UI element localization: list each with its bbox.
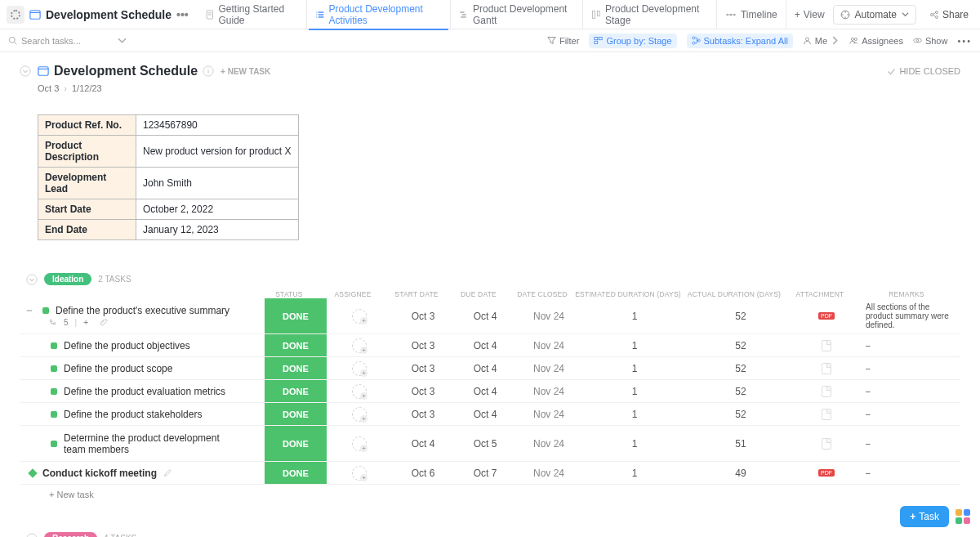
add-subtask[interactable]: + xyxy=(83,318,88,327)
start-date[interactable]: Oct 3 xyxy=(392,403,454,425)
start-date[interactable]: Oct 3 xyxy=(392,298,454,333)
stage-collapse-icon[interactable] xyxy=(26,533,38,538)
tab-getting-started-guide[interactable]: Getting Started Guide xyxy=(197,0,306,29)
toolbar-more[interactable]: ••• xyxy=(957,36,972,46)
status-badge[interactable]: DONE xyxy=(265,462,327,484)
actual-duration[interactable]: 52 xyxy=(688,334,794,356)
status-badge[interactable]: DONE xyxy=(265,403,327,425)
remarks[interactable]: All sections of the product summary were… xyxy=(859,298,960,333)
status-badge[interactable]: DONE xyxy=(265,426,327,461)
assignee-add[interactable] xyxy=(352,309,367,324)
estimated-duration[interactable]: 1 xyxy=(581,357,688,379)
add-view-button[interactable]: +View xyxy=(786,0,833,29)
status-badge[interactable]: DONE xyxy=(265,334,327,356)
search-tasks[interactable]: Search tasks... xyxy=(8,36,131,46)
fab-apps[interactable] xyxy=(956,509,970,524)
estimated-duration[interactable]: 1 xyxy=(581,403,688,425)
due-date[interactable]: Oct 4 xyxy=(454,380,516,402)
actual-duration[interactable]: 52 xyxy=(688,357,794,379)
actual-duration[interactable]: 52 xyxy=(688,298,794,333)
date-closed: Nov 24 xyxy=(516,334,581,356)
svg-rect-0 xyxy=(30,10,40,19)
start-date[interactable]: Oct 3 xyxy=(392,334,454,356)
collapse-icon[interactable] xyxy=(20,65,31,77)
estimated-duration[interactable]: 1 xyxy=(581,462,688,484)
task-row[interactable]: Define the product stakeholdersDONEOct 3… xyxy=(20,403,960,426)
task-row[interactable]: Define the product scopeDONEOct 3Oct 4No… xyxy=(20,357,960,380)
info-icon[interactable] xyxy=(203,65,214,77)
actual-duration[interactable]: 49 xyxy=(688,462,794,484)
assignee-add[interactable] xyxy=(352,407,367,422)
due-date[interactable]: Oct 4 xyxy=(454,403,516,425)
svg-rect-27 xyxy=(595,38,598,40)
tab-product-development-gantt[interactable]: Product Development Gantt xyxy=(450,0,582,29)
attachment-placeholder[interactable] xyxy=(822,438,831,450)
estimated-duration[interactable]: 1 xyxy=(581,334,688,356)
new-task-row[interactable]: + New task xyxy=(20,485,960,499)
assignee-add[interactable] xyxy=(352,384,367,399)
task-row[interactable]: Conduct kickoff meetingDONEOct 6Oct 7Nov… xyxy=(20,462,960,485)
assignee-add[interactable] xyxy=(352,436,367,451)
assignee-add[interactable] xyxy=(352,466,367,481)
actual-duration[interactable]: 52 xyxy=(688,380,794,402)
due-date[interactable]: Oct 4 xyxy=(454,357,516,379)
due-date[interactable]: Oct 4 xyxy=(454,334,516,356)
remarks[interactable]: – xyxy=(859,357,960,379)
remarks[interactable]: – xyxy=(859,426,960,461)
actual-duration[interactable]: 52 xyxy=(688,403,794,425)
attachment-icon[interactable] xyxy=(100,318,108,326)
stage-pill[interactable]: Ideation xyxy=(44,273,91,285)
new-task-inline[interactable]: + NEW TASK xyxy=(220,67,270,76)
start-date[interactable]: Oct 3 xyxy=(392,380,454,402)
stage-pill[interactable]: Research xyxy=(44,532,97,537)
attachment-placeholder[interactable] xyxy=(822,386,831,397)
attachment-placeholder[interactable] xyxy=(822,340,831,351)
milestone-icon xyxy=(28,468,37,477)
group-by-button[interactable]: Group by: Stage xyxy=(589,34,676,48)
subtasks-button[interactable]: Subtasks: Expand All xyxy=(687,34,793,48)
task-row[interactable]: Define the product evaluation metricsDON… xyxy=(20,380,960,403)
assignee-add[interactable] xyxy=(352,361,367,376)
tab-timeline[interactable]: Timeline xyxy=(716,0,786,29)
remarks[interactable]: – xyxy=(859,380,960,402)
estimated-duration[interactable]: 1 xyxy=(581,298,688,333)
me-button[interactable]: Me xyxy=(803,36,840,46)
assignees-button[interactable]: Assignees xyxy=(849,36,903,46)
attachment-placeholder[interactable] xyxy=(822,409,831,420)
edit-icon[interactable] xyxy=(163,468,172,477)
start-date[interactable]: Oct 4 xyxy=(392,426,454,461)
start-date[interactable]: Oct 3 xyxy=(392,357,454,379)
hide-closed-button[interactable]: HIDE CLOSED xyxy=(887,66,960,76)
task-row[interactable]: Determine the product development team m… xyxy=(20,426,960,462)
tab-product-development-stage[interactable]: Product Development Stage xyxy=(582,0,716,29)
svg-point-31 xyxy=(692,42,694,44)
status-badge[interactable]: DONE xyxy=(265,380,327,402)
status-badge[interactable]: DONE xyxy=(265,357,327,379)
start-date[interactable]: Oct 6 xyxy=(392,462,454,484)
assignee-add[interactable] xyxy=(352,338,367,353)
attachment-placeholder[interactable] xyxy=(822,363,831,374)
tab-product-development-activities[interactable]: Product Development Activities xyxy=(306,0,451,29)
show-button[interactable]: Show xyxy=(913,36,948,46)
fab-new-task[interactable]: +Task xyxy=(900,506,949,527)
remarks[interactable]: – xyxy=(859,462,960,484)
page-title-more[interactable]: ••• xyxy=(176,8,189,21)
status-badge[interactable]: DONE xyxy=(265,298,327,333)
collapse-subtasks-icon[interactable] xyxy=(26,307,33,314)
filter-button[interactable]: Filter xyxy=(547,36,579,46)
task-row[interactable]: Define the product objectivesDONEOct 3Oc… xyxy=(20,334,960,357)
share-button[interactable]: Share xyxy=(924,6,973,24)
estimated-duration[interactable]: 1 xyxy=(581,380,688,402)
remarks[interactable]: – xyxy=(859,334,960,356)
remarks[interactable]: – xyxy=(859,403,960,425)
stage-collapse-icon[interactable] xyxy=(26,274,38,285)
actual-duration[interactable]: 51 xyxy=(688,426,794,461)
due-date[interactable]: Oct 4 xyxy=(454,298,516,333)
pdf-badge[interactable]: PDF xyxy=(818,312,835,320)
task-row[interactable]: Define the product's executive summary5|… xyxy=(20,298,960,334)
estimated-duration[interactable]: 1 xyxy=(581,426,688,461)
automate-button[interactable]: Automate xyxy=(833,5,916,25)
due-date[interactable]: Oct 5 xyxy=(454,426,516,461)
due-date[interactable]: Oct 7 xyxy=(454,462,516,484)
pdf-badge[interactable]: PDF xyxy=(818,469,835,477)
